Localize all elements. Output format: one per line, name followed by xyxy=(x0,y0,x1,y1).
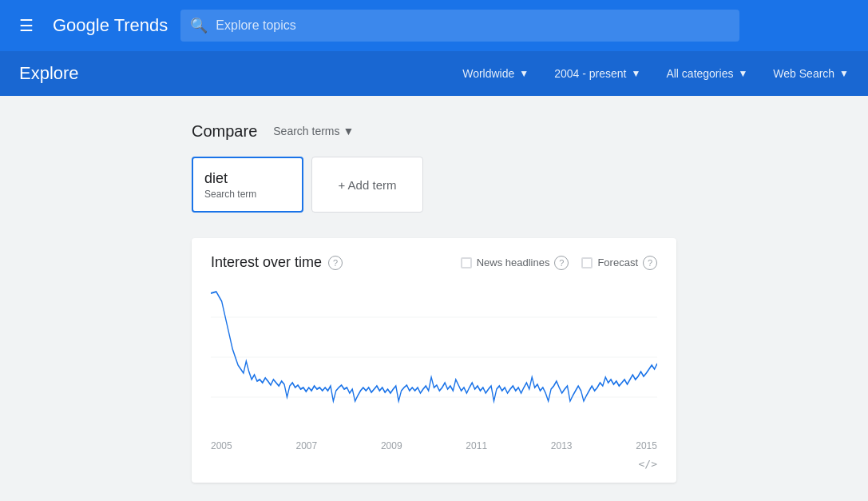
interest-title: Interest over time xyxy=(211,254,322,271)
search-input[interactable] xyxy=(216,18,730,33)
compare-title: Compare xyxy=(192,122,257,141)
x-label-2013: 2013 xyxy=(551,440,573,451)
search-icon: 🔍 xyxy=(190,17,208,34)
x-label-2011: 2011 xyxy=(466,440,487,451)
category-chevron-icon: ▼ xyxy=(738,68,747,79)
time-chevron-icon: ▼ xyxy=(632,68,641,79)
add-term-label: + Add term xyxy=(339,178,397,192)
x-label-2015: 2015 xyxy=(636,440,657,451)
search-terms-label: Search terms xyxy=(273,125,339,137)
explore-title: Explore xyxy=(19,63,79,84)
search-type-chevron-icon: ▼ xyxy=(839,68,849,79)
category-filter[interactable]: All categories ▼ xyxy=(666,67,747,80)
x-label-2005: 2005 xyxy=(211,440,232,451)
term-card-diet[interactable]: diet Search term xyxy=(192,157,303,213)
x-axis: 2005 2007 2009 2011 2013 2015 xyxy=(211,437,657,451)
news-headlines-checkbox[interactable] xyxy=(461,257,472,268)
term-name: diet xyxy=(204,170,291,187)
interest-over-time-section: Interest over time ? News headlines ? Fo… xyxy=(192,238,676,483)
news-headlines-option[interactable]: News headlines ? xyxy=(461,256,569,270)
category-label: All categories xyxy=(666,67,733,80)
trend-chart xyxy=(211,277,657,437)
search-type-filter[interactable]: Web Search ▼ xyxy=(773,67,849,80)
search-terms-chevron-icon: ▼ xyxy=(343,125,355,137)
logo-text: Google Trends xyxy=(53,15,168,36)
region-filter[interactable]: Worldwide ▼ xyxy=(462,67,529,80)
sub-nav: Explore Worldwide ▼ 2004 - present ▼ All… xyxy=(0,51,868,96)
x-label-2009: 2009 xyxy=(381,440,402,451)
top-nav: ☰ Google Trends 🔍 xyxy=(0,0,868,51)
search-bar[interactable]: 🔍 xyxy=(180,10,739,42)
x-label-2007: 2007 xyxy=(295,440,317,451)
menu-icon[interactable]: ☰ xyxy=(13,10,40,42)
region-label: Worldwide xyxy=(462,67,514,80)
forecast-label: Forecast xyxy=(597,256,638,268)
main-content: Compare Search terms ▼ diet Search term … xyxy=(0,96,868,501)
logo: Google Trends xyxy=(53,15,168,36)
embed-row: </> xyxy=(211,458,657,470)
search-terms-button[interactable]: Search terms ▼ xyxy=(267,121,360,141)
chart-area xyxy=(211,277,657,437)
term-type: Search term xyxy=(204,189,291,200)
compare-section: Compare Search terms ▼ xyxy=(192,121,676,141)
term-cards: diet Search term + Add term xyxy=(192,157,676,213)
time-label: 2004 - present xyxy=(554,67,626,80)
time-filter[interactable]: 2004 - present ▼ xyxy=(554,67,640,80)
interest-header: Interest over time ? News headlines ? Fo… xyxy=(211,254,657,271)
interest-help-icon[interactable]: ? xyxy=(328,256,343,270)
news-headlines-label: News headlines xyxy=(477,256,550,268)
chart-options: News headlines ? Forecast ? xyxy=(461,256,657,270)
region-chevron-icon: ▼ xyxy=(519,68,529,79)
news-help-icon[interactable]: ? xyxy=(554,256,569,270)
forecast-option[interactable]: Forecast ? xyxy=(581,256,657,270)
forecast-checkbox[interactable] xyxy=(581,257,593,268)
embed-icon[interactable]: </> xyxy=(639,458,657,470)
interest-title-row: Interest over time ? xyxy=(211,254,343,271)
search-type-label: Web Search xyxy=(773,67,834,80)
add-term-button[interactable]: + Add term xyxy=(311,157,423,213)
forecast-help-icon[interactable]: ? xyxy=(643,256,657,270)
